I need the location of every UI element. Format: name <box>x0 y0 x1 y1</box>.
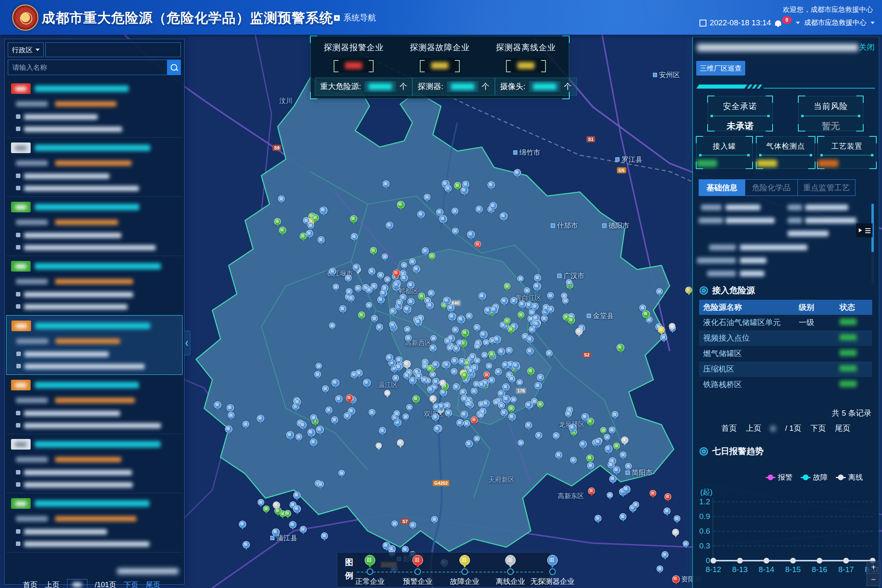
enterprise-pin-nodetector[interactable] <box>566 279 572 285</box>
enterprise-pin-nodetector[interactable] <box>466 313 472 319</box>
enterprise-pin-nodetector[interactable] <box>228 412 234 419</box>
enterprise-pin-nodetector[interactable] <box>339 470 345 476</box>
enterprise-pin-nodetector[interactable] <box>321 532 328 539</box>
enterprise-pin-nodetector[interactable] <box>436 209 443 216</box>
enterprise-pin-nodetector[interactable] <box>461 395 468 402</box>
enterprise-pin-nodetector[interactable] <box>465 401 471 407</box>
map-zoom-out-button[interactable]: − <box>866 574 880 586</box>
enterprise-pin-nodetector[interactable] <box>459 358 466 365</box>
enterprise-pin-nodetector[interactable] <box>443 297 451 305</box>
pagination-prev[interactable]: 上页 <box>746 423 761 434</box>
enterprise-pin-ok[interactable] <box>600 427 606 433</box>
enterprise-pin-nodetector[interactable] <box>426 302 434 309</box>
enterprise-pin-alarm[interactable] <box>650 490 656 497</box>
enterprise-pin-nodetector[interactable] <box>522 333 528 340</box>
legend-item-离线[interactable]: 离线 <box>836 472 863 482</box>
enterprise-pin-nodetector[interactable] <box>482 400 490 407</box>
enterprise-pin-nodetector[interactable] <box>481 352 488 358</box>
enterprise-pin-nodetector[interactable] <box>526 347 534 355</box>
enterprise-list-item[interactable] <box>6 256 183 315</box>
enterprise-pin-nodetector[interactable] <box>537 374 544 381</box>
enterprise-pin-offline[interactable] <box>384 390 390 396</box>
enterprise-pin-ok[interactable] <box>312 214 319 221</box>
enterprise-pin-offline[interactable] <box>575 328 583 335</box>
enterprise-pin-nodetector[interactable] <box>547 292 554 299</box>
enterprise-pin-nodetector[interactable] <box>510 297 517 304</box>
table-row[interactable]: 压缩机区 <box>699 361 872 377</box>
enterprise-pin-ok[interactable] <box>279 227 286 234</box>
enterprise-pin-ok[interactable] <box>350 215 357 223</box>
enterprise-pin-nodetector[interactable] <box>404 326 410 332</box>
enterprise-pin-nodetector[interactable] <box>657 566 663 572</box>
enterprise-pin-ok[interactable] <box>370 247 377 254</box>
enterprise-pin-nodetector[interactable] <box>380 290 387 297</box>
enterprise-pin-nodetector[interactable] <box>519 301 526 308</box>
enterprise-list-item[interactable] <box>6 78 183 138</box>
enterprise-pin-nodetector[interactable] <box>452 327 459 333</box>
enterprise-pin-nodetector[interactable] <box>414 318 422 326</box>
enterprise-pin-nodetector[interactable] <box>463 420 470 427</box>
enterprise-pin-nodetector[interactable] <box>403 414 409 420</box>
enterprise-pin-nodetector[interactable] <box>498 402 505 409</box>
enterprise-pin-nodetector[interactable] <box>500 212 508 220</box>
enterprise-pin-nodetector[interactable] <box>517 276 523 282</box>
enterprise-pin-ok[interactable] <box>418 293 425 300</box>
enterprise-pin-nodetector[interactable] <box>514 169 521 176</box>
region-filter-value-box[interactable] <box>45 42 181 57</box>
table-row[interactable]: 铁路栈桥区 <box>699 377 872 392</box>
enterprise-pin-nodetector[interactable] <box>503 395 510 403</box>
enterprise-pin-ok[interactable] <box>358 312 365 318</box>
enterprise-pin-nodetector[interactable] <box>495 368 502 375</box>
enterprise-pin-nodetector[interactable] <box>433 403 440 411</box>
enterprise-pin-nodetector[interactable] <box>476 206 483 213</box>
enterprise-pin-alarm[interactable] <box>346 394 353 402</box>
enterprise-pin-nodetector[interactable] <box>462 181 469 188</box>
enterprise-pin-nodetector[interactable] <box>424 194 430 200</box>
legend-item-报警[interactable]: 报警 <box>766 472 793 482</box>
enterprise-pin-nodetector[interactable] <box>525 422 532 429</box>
enterprise-pin-nodetector[interactable] <box>300 526 307 533</box>
enterprise-pin-nodetector[interactable] <box>278 196 285 202</box>
pagination-first[interactable]: 首页 <box>721 423 737 434</box>
enterprise-pin-nodetector[interactable] <box>345 275 352 281</box>
enterprise-pin-nodetector[interactable] <box>286 431 294 439</box>
enterprise-pin-nodetector[interactable] <box>390 308 396 315</box>
pagination-next[interactable]: 下页 <box>811 423 826 434</box>
table-row[interactable]: 视频接入点位 <box>699 330 872 346</box>
enterprise-pin-ok[interactable] <box>274 218 281 225</box>
enterprise-pin-nodetector[interactable] <box>383 542 390 550</box>
enterprise-pin-nodetector[interactable] <box>565 410 572 417</box>
enterprise-pin-nodetector[interactable] <box>386 354 393 361</box>
enterprise-pin-nodetector[interactable] <box>239 521 246 528</box>
enterprise-list-item[interactable] <box>6 434 183 493</box>
enterprise-pin-nodetector[interactable] <box>612 411 618 418</box>
enterprise-pin-nodetector[interactable] <box>403 372 410 379</box>
enterprise-pin-nodetector[interactable] <box>443 361 450 368</box>
scrollbar[interactable] <box>871 204 874 284</box>
enterprise-pin-ok[interactable] <box>504 318 510 324</box>
legend-item-故障[interactable]: 故障 <box>801 472 828 482</box>
enterprise-pin-alarm[interactable] <box>474 241 481 247</box>
enterprise-pin-nodetector[interactable] <box>384 276 390 283</box>
enterprise-pin-ok[interactable] <box>508 405 514 412</box>
enterprise-pin-nodetector[interactable] <box>535 432 542 439</box>
enterprise-pin-ok[interactable] <box>518 312 524 318</box>
enterprise-pin-nodetector[interactable] <box>346 288 352 295</box>
enterprise-pin-ok[interactable] <box>617 344 624 352</box>
enterprise-pin-nodetector[interactable] <box>447 345 453 351</box>
panel-expand-icon[interactable] <box>856 223 873 237</box>
enterprise-list-item[interactable] <box>6 375 183 434</box>
enterprise-pin-nodetector[interactable] <box>609 427 615 433</box>
enterprise-pin-nodetector[interactable] <box>331 416 338 423</box>
enterprise-pin-nodetector[interactable] <box>366 302 372 308</box>
enterprise-pin-nodetector[interactable] <box>368 268 375 275</box>
tab-危险化学品[interactable]: 危险化学品 <box>745 180 798 196</box>
enterprise-pin-nodetector[interactable] <box>502 361 509 369</box>
enterprise-pin-nodetector[interactable] <box>333 284 339 290</box>
enterprise-pin-nodetector[interactable] <box>214 401 221 409</box>
enterprise-pin-nodetector[interactable] <box>296 434 302 440</box>
3d-tour-button[interactable]: 三维厂区巡查 <box>696 61 745 76</box>
pagination-last[interactable]: 尾页 <box>146 580 160 588</box>
search-button[interactable] <box>167 60 181 75</box>
enterprise-pin-nodetector[interactable] <box>369 409 375 416</box>
